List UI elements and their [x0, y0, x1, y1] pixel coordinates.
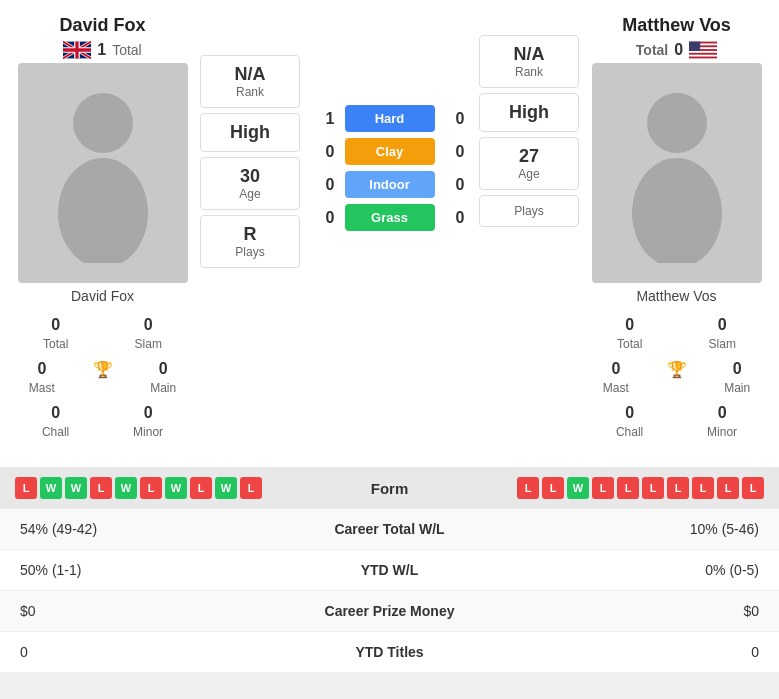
surface-row-hard: 1 Hard 0 [305, 105, 474, 132]
surface-btn-grass[interactable]: Grass [345, 204, 435, 231]
right-form-badge-6: L [667, 477, 689, 499]
right-stats-row-2: 0 Mast 🏆 0 Main [584, 360, 769, 396]
left-flag-row: 1 Total [63, 41, 141, 59]
right-total-score: 0 [674, 41, 683, 59]
left-minor-stat: 0 Minor [133, 404, 163, 440]
left-player-name: David Fox [59, 15, 145, 36]
form-section: LWWLWLWLWL Form LLWLLLLLLL [0, 467, 779, 509]
comparison-row-1: 50% (1-1) YTD W/L 0% (0-5) [0, 550, 779, 591]
comparison-row-0: 54% (49-42) Career Total W/L 10% (5-46) [0, 509, 779, 550]
right-plays-box: Plays [479, 195, 579, 227]
right-level-box: High [479, 93, 579, 132]
left-form-badge-5: L [140, 477, 162, 499]
right-chall-stat: 0 Chall [616, 404, 643, 440]
surfaces-section: 1 Hard 0 0 Clay 0 0 Indoor 0 0 Grass 0 [305, 15, 474, 444]
right-slam-stat: 0 Slam [709, 316, 736, 352]
surface-btn-indoor[interactable]: Indoor [345, 171, 435, 198]
right-stats-row-3: 0 Chall 0 Minor [584, 404, 769, 440]
left-stats-grid: 0 Total 0 Slam 0 Mast 🏆 0 [10, 312, 195, 444]
bottom-stats: 54% (49-42) Career Total W/L 10% (5-46) … [0, 509, 779, 673]
right-age-box: 27 Age [479, 137, 579, 190]
left-form-badges: LWWLWLWLWL [15, 477, 262, 499]
player-right-section: Matthew Vos Total 0 [584, 15, 769, 444]
left-form-badge-0: L [15, 477, 37, 499]
left-form-badge-4: W [115, 477, 137, 499]
left-form-badge-1: W [40, 477, 62, 499]
left-player-photo [18, 63, 188, 283]
right-form-badge-9: L [742, 477, 764, 499]
left-photo-name: David Fox [71, 288, 134, 304]
comp-left-0: 54% (49-42) [20, 521, 290, 537]
left-slam-stat: 0 Slam [135, 316, 162, 352]
right-middle-stats: N/A Rank High 27 Age Plays [479, 15, 579, 444]
surface-right-count-grass: 0 [445, 209, 465, 227]
right-form-badge-0: L [517, 477, 539, 499]
surface-left-count-hard: 1 [315, 110, 335, 128]
svg-rect-8 [689, 42, 700, 51]
right-form-badge-4: L [617, 477, 639, 499]
left-flag-icon [63, 41, 91, 59]
svg-point-1 [73, 93, 133, 153]
left-level-box: High [200, 113, 300, 152]
left-form-badge-7: L [190, 477, 212, 499]
surface-btn-hard[interactable]: Hard [345, 105, 435, 132]
right-rank-box: N/A Rank [479, 35, 579, 88]
right-photo-name: Matthew Vos [636, 288, 716, 304]
svg-point-2 [58, 158, 148, 263]
total-label: Total [112, 42, 142, 58]
right-player-name: Matthew Vos [622, 15, 731, 36]
left-middle-stats: N/A Rank High 30 Age R Plays [200, 15, 300, 444]
svg-rect-6 [689, 51, 717, 53]
left-main-stat: 0 Main [150, 360, 176, 396]
comp-right-3: 0 [490, 644, 760, 660]
right-minor-stat: 0 Minor [707, 404, 737, 440]
form-label: Form [371, 480, 409, 497]
comp-label-0: Career Total W/L [290, 521, 490, 537]
right-main-stat: 0 Main [724, 360, 750, 396]
left-total-score: 1 [97, 41, 106, 59]
main-container: David Fox 1 Total David Fox [0, 0, 779, 673]
left-age-box: 30 Age [200, 157, 300, 210]
left-player-silhouette [43, 83, 163, 263]
left-total-stat: 0 Total [43, 316, 68, 352]
comp-right-1: 0% (0-5) [490, 562, 760, 578]
right-form-badges: LLWLLLLLLL [517, 477, 764, 499]
comp-left-3: 0 [20, 644, 290, 660]
left-mast-stat: 0 Mast [29, 360, 55, 396]
surface-left-count-grass: 0 [315, 209, 335, 227]
left-stats-row-2: 0 Mast 🏆 0 Main [10, 360, 195, 396]
comp-right-2: $0 [490, 603, 760, 619]
right-form-badge-2: W [567, 477, 589, 499]
svg-rect-7 [689, 55, 717, 57]
right-total-label-score: Total [636, 42, 668, 58]
right-player-photo [592, 63, 762, 283]
surface-right-count-hard: 0 [445, 110, 465, 128]
svg-point-10 [632, 158, 722, 263]
right-form-badge-1: L [542, 477, 564, 499]
comp-left-1: 50% (1-1) [20, 562, 290, 578]
surface-left-count-clay: 0 [315, 143, 335, 161]
comp-right-0: 10% (5-46) [490, 521, 760, 537]
player-left-section: David Fox 1 Total David Fox [10, 15, 195, 444]
right-total-stat: 0 Total [617, 316, 642, 352]
right-form-badge-8: L [717, 477, 739, 499]
right-mast-stat: 0 Mast [603, 360, 629, 396]
svg-point-9 [647, 93, 707, 153]
comp-label-2: Career Prize Money [290, 603, 490, 619]
left-form-badge-9: L [240, 477, 262, 499]
surface-right-count-indoor: 0 [445, 176, 465, 194]
surface-row-clay: 0 Clay 0 [305, 138, 474, 165]
left-form-badge-6: W [165, 477, 187, 499]
surface-left-count-indoor: 0 [315, 176, 335, 194]
right-player-silhouette [617, 83, 737, 263]
comp-label-1: YTD W/L [290, 562, 490, 578]
right-trophy-icon: 🏆 [667, 360, 687, 396]
left-form-badge-3: L [90, 477, 112, 499]
surface-right-count-clay: 0 [445, 143, 465, 161]
surface-btn-clay[interactable]: Clay [345, 138, 435, 165]
left-chall-stat: 0 Chall [42, 404, 69, 440]
comp-label-3: YTD Titles [290, 644, 490, 660]
right-flag-icon [689, 41, 717, 59]
left-stats-row-1: 0 Total 0 Slam [10, 316, 195, 352]
left-form-badge-8: W [215, 477, 237, 499]
